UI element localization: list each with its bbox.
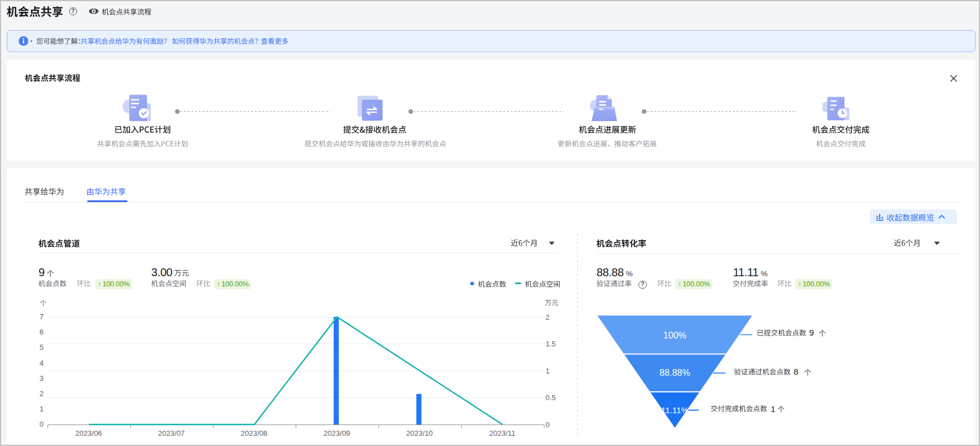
svg-text:100%: 100% [663, 331, 687, 340]
svg-text:11.11%: 11.11% [661, 405, 689, 415]
svg-text:88.88%: 88.88% [659, 368, 690, 378]
